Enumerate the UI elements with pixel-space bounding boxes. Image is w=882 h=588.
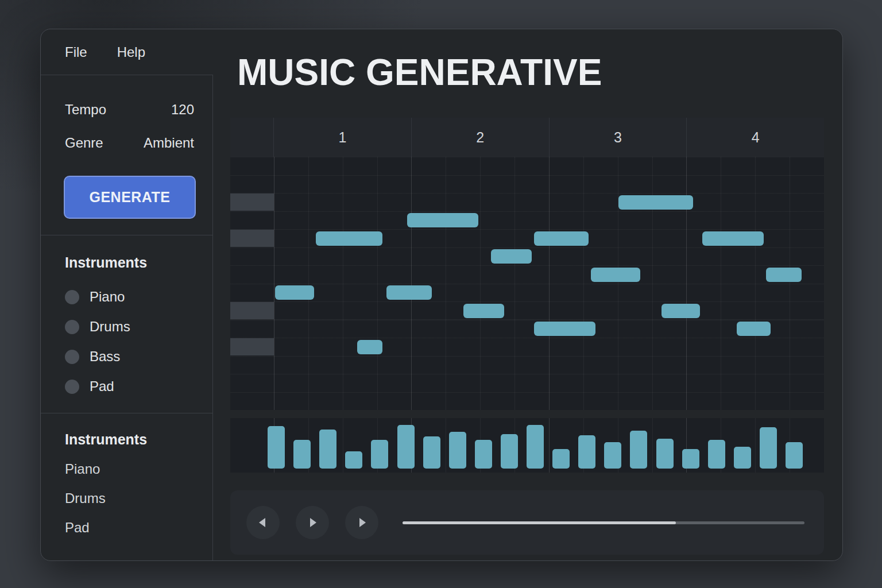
tempo-value[interactable]: 120	[171, 102, 194, 118]
velocity-bar[interactable]	[501, 434, 518, 469]
instrument-row-drums[interactable]: Drums	[65, 312, 201, 342]
instrument-row-pad[interactable]: Pad	[65, 372, 201, 401]
midi-note[interactable]	[702, 231, 764, 246]
track-row-pad[interactable]: Pad	[65, 513, 201, 542]
measure-label: 2	[412, 118, 550, 157]
instrument-row-piano[interactable]: Piano	[65, 282, 201, 312]
midi-note[interactable]	[491, 249, 532, 264]
sidebar-divider	[41, 235, 213, 235]
track-row-drums[interactable]: Drums	[65, 483, 201, 513]
midi-note[interactable]	[316, 231, 382, 246]
prev-icon	[256, 516, 270, 529]
instruments-heading: Instruments	[65, 254, 147, 271]
midi-note[interactable]	[534, 231, 589, 246]
velocity-bar[interactable]	[423, 436, 440, 469]
tracks-heading: Instruments	[65, 431, 147, 448]
measure-label: 1	[274, 118, 412, 157]
sidebar: Tempo 120 Genre Ambient GENERATE Instrum…	[41, 75, 213, 560]
midi-note[interactable]	[766, 268, 802, 282]
midi-note[interactable]	[737, 322, 771, 336]
genre-value[interactable]: Ambient	[144, 135, 194, 151]
velocity-lane[interactable]	[230, 418, 824, 473]
piano-roll-header: 1234	[230, 118, 824, 157]
velocity-bar[interactable]	[734, 447, 751, 469]
velocity-bar[interactable]	[708, 440, 725, 469]
velocity-bar[interactable]	[630, 431, 647, 469]
instrument-list: PianoDrumsBassPad	[65, 282, 201, 401]
prev-button[interactable]	[246, 506, 280, 539]
velocity-bar[interactable]	[268, 426, 285, 469]
sidebar-divider	[41, 413, 213, 413]
velocity-bar[interactable]	[578, 435, 595, 469]
menu-bar: File Help	[41, 29, 213, 75]
measure-label: 4	[687, 118, 824, 157]
velocity-bar[interactable]	[449, 432, 466, 469]
instrument-label: Drums	[90, 319, 130, 335]
play-button[interactable]	[296, 506, 329, 539]
piano-roll-gutter	[230, 118, 274, 157]
velocity-bar[interactable]	[527, 425, 544, 469]
velocity-bar[interactable]	[345, 451, 362, 469]
velocity-bar[interactable]	[760, 427, 777, 469]
velocity-bar[interactable]	[656, 439, 674, 469]
track-row-piano[interactable]: Piano	[65, 454, 201, 483]
tempo-row: Tempo 120	[65, 101, 194, 118]
play-icon	[305, 516, 319, 529]
gutter-row-highlight	[230, 230, 274, 247]
midi-note[interactable]	[463, 304, 504, 318]
midi-note[interactable]	[357, 340, 382, 354]
radio-bass[interactable]	[65, 350, 79, 364]
menu-help[interactable]: Help	[117, 44, 145, 60]
instrument-label: Pad	[90, 378, 114, 394]
instrument-label: Piano	[90, 289, 125, 305]
measure-label: 3	[550, 118, 687, 157]
velocity-bar[interactable]	[371, 440, 388, 469]
gutter-row-highlight	[230, 302, 274, 319]
radio-pad[interactable]	[65, 380, 79, 394]
instrument-row-bass[interactable]: Bass	[65, 342, 201, 372]
instrument-label: Bass	[90, 349, 120, 365]
velocity-bar[interactable]	[397, 425, 415, 469]
gutter-row-highlight	[230, 338, 274, 355]
transport-bar	[230, 490, 824, 555]
progress-fill	[403, 521, 676, 524]
midi-note[interactable]	[534, 322, 595, 336]
midi-note[interactable]	[591, 268, 640, 282]
velocity-bar[interactable]	[293, 440, 311, 469]
gutter-row-highlight	[230, 194, 274, 211]
radio-piano[interactable]	[65, 290, 79, 304]
midi-note[interactable]	[662, 304, 701, 318]
velocity-bar[interactable]	[475, 440, 492, 469]
grid-lines	[274, 157, 824, 410]
piano-roll-grid[interactable]	[230, 157, 824, 410]
velocity-bar[interactable]	[604, 442, 621, 469]
generate-button[interactable]: GENERATE	[64, 176, 196, 219]
play-alt-button[interactable]	[345, 506, 378, 539]
radio-drums[interactable]	[65, 320, 79, 334]
page-title: MUSIC GENERATIVE	[237, 51, 602, 94]
app-window: File Help Tempo 120 Genre Ambient GENERA…	[40, 29, 843, 561]
midi-note[interactable]	[386, 285, 432, 300]
midi-note[interactable]	[275, 285, 314, 300]
velocity-bar[interactable]	[319, 430, 336, 469]
tempo-label: Tempo	[65, 102, 106, 118]
midi-note[interactable]	[407, 213, 479, 227]
play-icon	[355, 516, 369, 529]
main-area: MUSIC GENERATIVE 1234	[230, 29, 824, 560]
velocity-bar[interactable]	[682, 449, 699, 469]
menu-file[interactable]: File	[65, 44, 87, 60]
velocity-bar[interactable]	[552, 449, 570, 469]
midi-note[interactable]	[618, 195, 694, 210]
genre-label: Genre	[65, 135, 103, 151]
track-list: PianoDrumsPad	[65, 454, 201, 542]
genre-row: Genre Ambient	[65, 134, 194, 152]
piano-roll: 1234	[230, 118, 824, 473]
progress-track[interactable]	[403, 521, 804, 524]
velocity-bar[interactable]	[786, 442, 803, 469]
